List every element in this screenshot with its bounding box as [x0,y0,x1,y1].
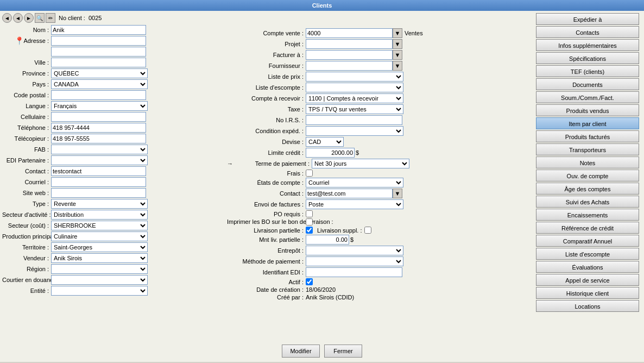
terme-paiement-select[interactable]: Net 30 jours [312,159,409,168]
type-select[interactable]: Revente [51,199,148,209]
secteur-activite-select[interactable]: Distribution [51,210,148,220]
middle-contact-input[interactable] [306,189,393,198]
fermer-button[interactable]: Fermer [324,345,362,358]
entrepot-select[interactable] [306,246,403,255]
courriel-input[interactable] [51,177,146,187]
langue-select[interactable]: Français [51,101,148,111]
right-btn-documents[interactable]: Documents [536,78,639,90]
right-btn-notes[interactable]: Notes [536,157,639,168]
entite-select[interactable] [51,286,148,296]
right-btn-appel_service[interactable]: Appel de service [536,274,639,286]
livraison-suppl-checkbox[interactable] [364,227,371,234]
right-btn-tef[interactable]: TEF (clients) [536,65,639,77]
compte-recevoir-select[interactable]: 1100 | Comptes à recevoir [306,93,403,103]
edit-button[interactable]: ✏ [46,13,55,23]
contact-input[interactable] [51,166,146,176]
nom-input[interactable] [51,25,146,35]
limite-credit-label: Limite crédit : [227,149,306,156]
adresse1-input[interactable] [51,36,146,46]
ville-input[interactable] [51,58,146,67]
po-requis-checkbox[interactable] [306,210,313,217]
territoire-select[interactable]: Saint-Georges [51,242,148,252]
facturer-a-dropdown-btn[interactable]: ▼ [393,50,402,60]
condition-exped-select[interactable] [306,126,403,136]
production-select[interactable]: Culinaire [51,231,148,241]
frais-checkbox[interactable] [306,170,313,177]
code-postal-input[interactable] [51,90,146,100]
right-btn-transporteurs[interactable]: Transporteurs [536,143,639,155]
compte-vente-dropdown-btn[interactable]: ▼ [393,28,402,38]
no-client-label: No client : [59,15,85,21]
actif-checkbox[interactable] [306,278,313,285]
right-btn-produits_vendus[interactable]: Produits vendus [536,104,639,116]
mnt-liv-input[interactable] [306,235,349,245]
limite-credit-input[interactable] [306,148,355,158]
envoi-factures-select[interactable]: Poste [306,199,403,209]
taxe-select[interactable]: TPS / TVQ sur ventes [306,104,403,114]
po-requis-label: PO requis : [227,211,306,217]
right-btn-liste_escompte[interactable]: Liste d'escompte [536,248,639,260]
right-btn-locations[interactable]: Locations [536,300,639,312]
etats-compte-select[interactable]: Courriel [306,178,403,187]
pays-select[interactable]: CANADA [51,79,148,89]
right-btn-specifications[interactable]: Spécifications [536,52,639,64]
search-button[interactable]: 🔍 [35,13,45,23]
fournisseur-dropdown-btn[interactable]: ▼ [393,61,402,71]
envoi-factures-row: Envoi de factures : Poste [227,199,534,209]
right-btn-encaissements[interactable]: Encaissements [536,209,639,221]
right-btn-expedier[interactable]: Expédier à [536,13,639,25]
imprimer-bo-label: Imprimer les BO sur le bon de livraison … [227,218,306,226]
liste-prix-row: Liste de prix : [227,72,534,82]
livraison-partielle-checkbox[interactable] [306,227,313,234]
vendeur-select[interactable]: Anik Sirois [51,253,148,263]
fournisseur-input[interactable] [306,61,393,71]
courtier-select[interactable] [51,275,148,285]
middle-contact-btn[interactable]: ▼ [393,189,402,198]
compte-vente-input[interactable] [306,28,393,38]
telephone-input[interactable] [51,123,146,133]
right-btn-age_des_comptes[interactable]: Âge des comptes [536,183,639,195]
back-button2[interactable]: ◄ [13,13,23,23]
liste-prix-select[interactable] [306,72,403,82]
projet-dropdown-btn[interactable]: ▼ [393,39,402,49]
projet-input[interactable] [306,39,393,49]
modifier-button[interactable]: Modifier [282,345,320,358]
frais-row: Frais : [227,170,534,177]
site-web-input[interactable] [51,188,146,198]
region-select[interactable] [51,264,148,274]
fab-select[interactable] [51,145,148,154]
right-btn-evaluations[interactable]: Évaluations [536,261,639,273]
secteur-cout-select[interactable]: SHERBROOKE [51,221,148,230]
adresse2-input[interactable] [51,47,146,57]
devise-select[interactable]: CAD [306,137,344,147]
telephone-row: Téléphone : [2,123,225,133]
liste-escompte-row: Liste d'escompte : [227,83,534,92]
imprimer-bo-checkbox[interactable] [306,218,313,226]
cellulaire-input[interactable] [51,112,146,122]
facturer-a-input[interactable] [306,50,393,60]
right-btn-comparatif_annuel[interactable]: Comparatif Annuel [536,235,639,247]
right-btn-ouv_de_compte[interactable]: Ouv. de compte [536,170,639,182]
identifiant-edi-input[interactable] [306,267,402,277]
province-select[interactable]: QUÉBEC [51,68,148,78]
liste-escompte-select[interactable] [306,83,403,92]
right-btn-infos_supplementaires[interactable]: Infos supplémentaires [536,39,639,51]
taxe-label: Taxe : [227,106,306,112]
contact-row: Contact : [2,166,225,176]
right-btn-item_par_client[interactable]: Item par client [536,117,639,129]
courriel-label: Courriel : [2,179,51,185]
back-button[interactable]: ◄ [2,13,12,23]
limite-credit-row: Limite crédit : $ [227,148,534,158]
forward-button[interactable]: ► [24,13,34,23]
right-btn-produits_factures[interactable]: Produits facturés [536,130,639,142]
right-btn-historique_client[interactable]: Historique client [536,287,639,299]
methode-paiement-select[interactable] [306,256,403,266]
right-btn-reference_credit[interactable]: Référence de crédit [536,222,639,234]
no-irs-input[interactable] [306,115,402,125]
vendeur-row: Vendeur : Anik Sirois [2,253,225,263]
right-btn-soum_comm_fact[interactable]: Soum./Comm./Fact. [536,91,639,103]
right-btn-suivi_des_achats[interactable]: Suivi des Achats [536,196,639,208]
telecopieur-input[interactable] [51,134,146,143]
right-btn-contacts[interactable]: Contacts [536,26,639,38]
edi-select[interactable] [51,155,148,165]
